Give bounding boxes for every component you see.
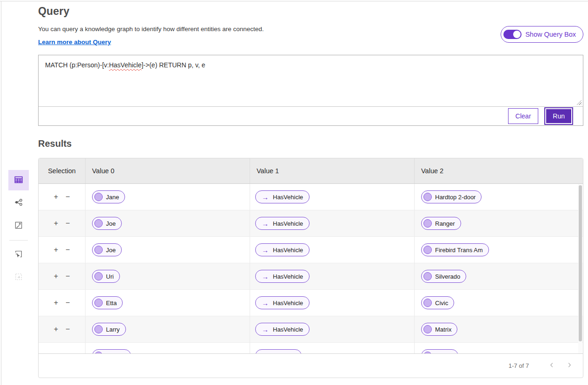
learn-more-link[interactable]: Learn more about Query — [38, 39, 111, 46]
add-to-selection-button[interactable]: + — [54, 193, 58, 201]
entity-chip[interactable]: Ranger — [421, 217, 461, 230]
value2-cell: Ranger — [415, 210, 583, 236]
remove-from-selection-button[interactable]: − — [66, 246, 70, 254]
table-row: + − Etta → HasVehicle Civic — [39, 290, 583, 316]
entity-node-icon — [94, 299, 103, 307]
selection-cell: + − — [39, 210, 86, 236]
table-row: + − Joe → HasVehicle Ranger — [39, 210, 583, 237]
panel-left-border — [1, 1, 1, 385]
value0-cell: Joe — [86, 237, 250, 263]
value0-cell: Jane — [86, 184, 250, 210]
selection-cell: + − — [39, 237, 86, 263]
remove-from-selection-button[interactable]: − — [66, 299, 70, 307]
table-view-icon — [13, 175, 24, 186]
table-row: + − Joe → HasVehicle Firebird Trans Am — [39, 237, 583, 263]
selection-cell: + − — [39, 263, 86, 289]
remove-from-selection-button[interactable]: − — [66, 220, 70, 227]
entity-chip[interactable]: Joe — [92, 243, 122, 256]
arrow-right-icon: → — [262, 326, 269, 333]
entity-node-icon — [423, 299, 432, 307]
remove-from-selection-button[interactable]: − — [66, 326, 70, 333]
entity-label: Firebird Trans Am — [435, 247, 483, 254]
value1-cell: → HasVehicle — [250, 290, 415, 316]
show-query-box-toggle[interactable]: Show Query Box — [501, 26, 583, 43]
remove-from-selection-button[interactable]: − — [66, 193, 70, 201]
value0-cell: Uri — [86, 263, 250, 289]
query-input[interactable]: MATCH (p:Person)-[v:HasVehicle]->(e) RET… — [39, 55, 583, 106]
entity-chip[interactable]: Joe — [92, 217, 122, 230]
table-row: + − Larry → HasVehicle Matrix — [39, 316, 583, 343]
clear-button[interactable]: Clear — [508, 108, 538, 124]
value2-cell: Hardtop 2-door — [415, 184, 583, 210]
relationship-label: HasVehicle — [273, 300, 303, 307]
table-row: + − Jane → HasVehicle Hardtop 2-door — [39, 184, 583, 210]
entity-chip[interactable]: Uri — [92, 270, 120, 283]
relationship-chip[interactable]: → HasVehicle — [255, 217, 310, 230]
value2-cell — [415, 343, 583, 354]
arrow-right-icon: → — [262, 247, 269, 254]
add-to-selection-button[interactable]: + — [54, 220, 58, 227]
textarea-resize-handle[interactable] — [575, 99, 581, 105]
entity-chip[interactable]: Matrix — [421, 323, 457, 336]
run-button[interactable]: Run — [546, 109, 571, 123]
value1-cell: → — [250, 343, 415, 354]
link-chart-view-icon — [14, 197, 24, 209]
run-button-focus-ring: Run — [544, 107, 573, 125]
entity-label: Joe — [106, 247, 116, 254]
column-header-value0: Value 0 — [86, 158, 250, 183]
add-to-selection-button[interactable]: + — [54, 326, 58, 333]
pagination-prev-button[interactable] — [545, 359, 559, 373]
entity-chip[interactable] — [92, 349, 131, 354]
entity-chip[interactable] — [421, 349, 458, 354]
entity-node-icon — [423, 325, 432, 333]
relationship-chip[interactable]: → HasVehicle — [255, 190, 310, 203]
entity-chip[interactable]: Etta — [92, 296, 123, 309]
new-link-chart-icon — [14, 249, 23, 260]
entity-chip[interactable]: Hardtop 2-door — [421, 190, 482, 203]
relationship-chip[interactable]: → — [255, 349, 302, 354]
page-title: Query — [38, 5, 583, 18]
arrow-right-icon: → — [262, 194, 269, 201]
new-link-chart-button[interactable] — [8, 244, 29, 265]
map-view-button[interactable] — [8, 215, 29, 236]
scrollbar-thumb[interactable] — [579, 185, 582, 341]
link-chart-view-button[interactable] — [8, 193, 29, 213]
relationship-chip[interactable]: → HasVehicle — [255, 243, 310, 256]
entity-label: Matrix — [435, 326, 451, 333]
value2-cell: Matrix — [415, 316, 583, 342]
remove-from-selection-button[interactable]: − — [66, 273, 70, 280]
remove-from-selection-button[interactable]: − — [66, 352, 70, 354]
value1-cell: → HasVehicle — [250, 210, 415, 236]
relationship-chip[interactable]: → HasVehicle — [255, 270, 310, 283]
entity-label: Civic — [435, 300, 448, 307]
add-to-selection-button[interactable]: + — [54, 352, 58, 354]
entity-chip[interactable]: Firebird Trans Am — [421, 243, 489, 256]
entity-label: Hardtop 2-door — [435, 194, 476, 201]
chevron-left-icon — [548, 362, 555, 370]
entity-label: Etta — [106, 300, 117, 307]
relationship-chip[interactable]: → HasVehicle — [255, 323, 310, 336]
table-view-button[interactable] — [8, 170, 29, 190]
arrow-right-icon: → — [262, 300, 269, 307]
add-to-selection-button[interactable]: + — [54, 246, 58, 254]
new-map-icon — [14, 272, 23, 283]
add-to-selection-button[interactable]: + — [54, 273, 58, 280]
misspelled-word: HasVehicle — [109, 61, 141, 69]
entity-node-icon — [94, 193, 103, 201]
column-header-value1: Value 1 — [250, 158, 415, 183]
entity-node-icon — [423, 352, 432, 354]
toggle-label: Show Query Box — [525, 31, 576, 38]
relationship-label: HasVehicle — [273, 247, 303, 254]
entity-chip[interactable]: Jane — [92, 190, 125, 203]
relationship-chip[interactable]: → HasVehicle — [255, 296, 310, 309]
entity-chip[interactable]: Larry — [92, 323, 126, 336]
add-to-selection-button[interactable]: + — [54, 299, 58, 307]
query-actions-bar: Clear Run — [39, 106, 583, 125]
relationship-label: HasVehicle — [273, 326, 303, 333]
entity-chip[interactable]: Silverado — [421, 270, 466, 283]
entity-node-icon — [423, 272, 432, 281]
entity-chip[interactable]: Civic — [421, 296, 454, 309]
table-scrollbar — [578, 184, 582, 353]
selection-cell: + − — [39, 184, 86, 210]
pagination-next-button[interactable] — [562, 359, 576, 373]
